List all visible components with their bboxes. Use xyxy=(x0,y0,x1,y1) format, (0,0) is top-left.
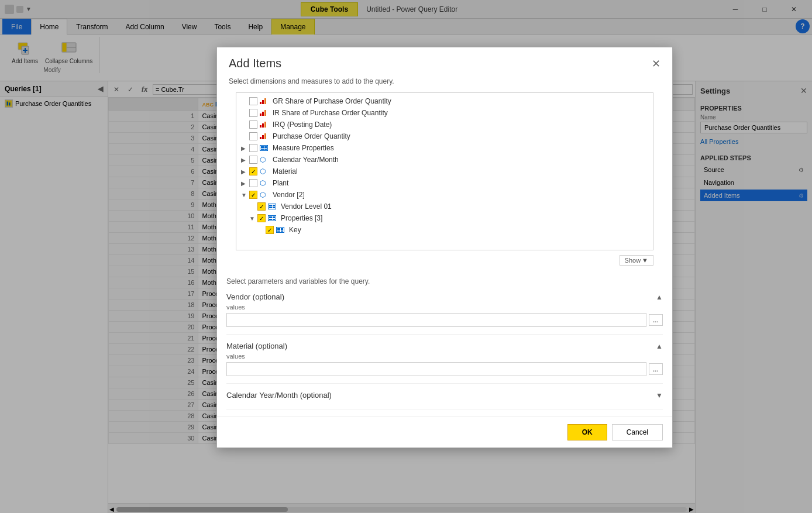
param-input-row-0: ... xyxy=(226,313,663,327)
tree-item[interactable]: ✓ Vendor Level 01 xyxy=(236,201,653,212)
table-icon xyxy=(268,214,278,222)
tree-item[interactable]: ▼✓ ⬡ Vendor [2] xyxy=(236,189,653,201)
param-section-1: Material (optional) ▲ values ... xyxy=(226,342,663,384)
tree-label: Plant xyxy=(273,179,288,187)
tree-item[interactable]: Purchase Order Quantity xyxy=(236,130,653,142)
param-dots-button-0[interactable]: ... xyxy=(649,314,663,326)
table-icon xyxy=(276,226,287,234)
tree-checkbox[interactable]: ✓ xyxy=(249,167,257,175)
tree-item[interactable]: IR Share of Purchase Order Quantity xyxy=(236,107,653,119)
measure-icon xyxy=(260,120,270,129)
param-section-0: Vendor (optional) ▲ values ... xyxy=(226,292,663,335)
modal-overlay: Add Items ✕ Select dimensions and measur… xyxy=(0,0,812,513)
tree-checkbox[interactable] xyxy=(249,97,257,105)
params-subtitle: Select parameters and variables for the … xyxy=(226,277,663,285)
param-label-2: Calendar Year/Month (optional) xyxy=(226,391,332,400)
tree-checkbox[interactable]: ✓ xyxy=(266,226,274,234)
tree-checkbox[interactable] xyxy=(249,179,257,187)
cancel-button[interactable]: Cancel xyxy=(612,424,663,440)
tree-item[interactable]: ✓ Key xyxy=(236,224,653,236)
param-chevron-icon-2: ▼ xyxy=(656,391,663,400)
items-list[interactable]: GR Share of Purchase Order Quantity IR S… xyxy=(236,92,653,250)
tree-label: IRQ (Posting Date) xyxy=(273,120,332,129)
measure-icon xyxy=(260,109,270,117)
tree-arrow-icon[interactable]: ▶ xyxy=(241,157,249,163)
tree-label: Purchase Order Quantity xyxy=(273,132,350,140)
tree-item[interactable]: GR Share of Purchase Order Quantity xyxy=(236,95,653,107)
ok-button[interactable]: OK xyxy=(567,424,607,440)
show-chevron-icon: ▼ xyxy=(642,257,648,264)
tree-label: Material xyxy=(273,167,298,175)
tree-label: Measure Properties xyxy=(273,144,334,152)
tree-label: Vendor Level 01 xyxy=(281,202,332,211)
param-header-0[interactable]: Vendor (optional) ▲ xyxy=(226,292,663,301)
param-header-2[interactable]: Calendar Year/Month (optional) ▼ xyxy=(226,391,663,400)
dimension-icon: ⬡ xyxy=(260,167,270,175)
show-label: Show xyxy=(625,257,641,264)
tree-label: Properties [3] xyxy=(281,214,322,222)
tree-arrow-icon[interactable]: ▶ xyxy=(241,180,249,187)
param-header-1[interactable]: Material (optional) ▲ xyxy=(226,342,663,350)
tree-item[interactable]: ▶ ⬡ Calendar Year/Month xyxy=(236,154,653,166)
param-chevron-icon-0: ▲ xyxy=(656,293,663,301)
tree-checkbox[interactable]: ✓ xyxy=(257,214,266,222)
modal-subtitle: Select dimensions and measures to add to… xyxy=(217,75,672,92)
dimension-icon: ⬡ xyxy=(260,191,270,199)
measure-icon xyxy=(260,97,270,105)
tree-item[interactable]: ▶✓ ⬡ Material xyxy=(236,166,653,177)
tree-arrow-icon[interactable]: ▶ xyxy=(241,168,249,175)
tree-item[interactable]: IRQ (Posting Date) xyxy=(236,119,653,130)
tree-label: Vendor [2] xyxy=(273,191,305,199)
params-section: Select parameters and variables for the … xyxy=(217,270,672,416)
show-btn-area: Show ▼ xyxy=(217,250,672,270)
table-icon xyxy=(268,202,278,211)
param-label-1: Material (optional) xyxy=(226,342,287,350)
tree-item[interactable]: ▶ ⬡ Plant xyxy=(236,177,653,189)
tree-item[interactable]: ▶ Measure Properties xyxy=(236,142,653,154)
tree-label: Calendar Year/Month xyxy=(273,156,339,164)
measure-icon xyxy=(260,132,270,140)
dimension-icon: ⬡ xyxy=(260,156,270,164)
tree-checkbox[interactable] xyxy=(249,144,257,152)
param-input-row-1: ... xyxy=(226,362,663,376)
items-list-container: GR Share of Purchase Order Quantity IR S… xyxy=(226,92,663,250)
tree-item[interactable]: ▼✓ Properties [3] xyxy=(236,212,653,224)
tree-arrow-icon[interactable]: ▶ xyxy=(241,145,249,152)
param-chevron-icon-1: ▲ xyxy=(656,342,663,350)
tree-arrow-icon[interactable]: ▼ xyxy=(249,215,257,222)
show-button[interactable]: Show ▼ xyxy=(620,255,653,266)
param-values-label-1: values xyxy=(226,353,663,360)
tree-label: Key xyxy=(289,226,301,234)
tree-arrow-icon[interactable]: ▼ xyxy=(241,192,249,198)
modal-header: Add Items ✕ xyxy=(217,47,672,75)
dimension-icon: ⬡ xyxy=(260,179,270,187)
add-items-modal: Add Items ✕ Select dimensions and measur… xyxy=(216,47,673,448)
tree-label: IR Share of Purchase Order Quantity xyxy=(273,109,388,117)
param-label-0: Vendor (optional) xyxy=(226,292,284,301)
modal-footer: OK Cancel xyxy=(217,416,672,447)
tree-checkbox[interactable]: ✓ xyxy=(249,191,257,199)
param-dots-button-1[interactable]: ... xyxy=(649,363,663,375)
tree-checkbox[interactable] xyxy=(249,132,257,140)
tree-label: GR Share of Purchase Order Quantity xyxy=(273,97,391,105)
param-input-0[interactable] xyxy=(226,313,646,327)
modal-close-button[interactable]: ✕ xyxy=(652,57,660,70)
tree-checkbox[interactable] xyxy=(249,156,257,164)
tree-checkbox[interactable]: ✓ xyxy=(257,202,266,211)
param-values-label-0: values xyxy=(226,304,663,311)
param-section-2: Calendar Year/Month (optional) ▼ xyxy=(226,391,663,409)
tree-checkbox[interactable] xyxy=(249,109,257,117)
tree-checkbox[interactable] xyxy=(249,120,257,129)
modal-title: Add Items xyxy=(229,57,281,70)
param-input-1[interactable] xyxy=(226,362,646,376)
table-icon xyxy=(260,144,270,152)
